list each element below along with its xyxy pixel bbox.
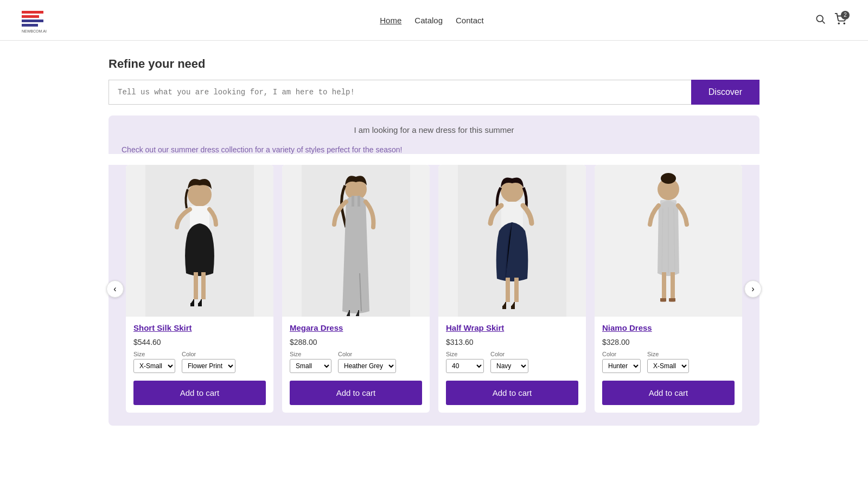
- nav-contact[interactable]: Contact: [456, 16, 484, 25]
- product-image-1: [126, 165, 273, 317]
- size-label-3: Size: [446, 351, 484, 357]
- discover-button[interactable]: Discover: [691, 80, 760, 105]
- response-description: Check out our summer dress collection fo…: [122, 145, 746, 154]
- product-options-2: Size X-SmallSmallMediumLarge Color Heath…: [290, 351, 422, 373]
- svg-point-25: [661, 173, 676, 184]
- product-price-3: $313.60: [446, 338, 578, 346]
- product-price-2: $288.00: [290, 338, 422, 346]
- search-row: Discover: [108, 80, 760, 105]
- svg-point-10: [188, 183, 212, 207]
- product-card-1: Short Silk Skirt $544.60 Size X-SmallSma…: [126, 165, 273, 413]
- color-label-3: Color: [490, 351, 528, 357]
- size-label-1: Size: [133, 351, 175, 357]
- search-icon: [815, 14, 826, 24]
- svg-rect-13: [201, 272, 206, 299]
- page-title: Refine your need: [108, 57, 760, 71]
- color-label-1: Color: [182, 351, 235, 357]
- color-select-2[interactable]: Heather GreyBlackWhiteNavy: [338, 359, 396, 373]
- header: NEWBCOM.AI Home Catalog Contact 2: [0, 0, 868, 41]
- carousel-prev-button[interactable]: ‹: [106, 280, 124, 298]
- color-option-3: Color NavyBlackWhite: [490, 351, 528, 373]
- products-wrapper: Short Silk Skirt $544.60 Size X-SmallSma…: [108, 165, 760, 413]
- product-name-3[interactable]: Half Wrap Skirt: [446, 323, 578, 332]
- product-options-4: Color HunterBlackGreyNavy Size X-SmallSm…: [602, 351, 735, 373]
- product-price-1: $544.60: [133, 338, 266, 346]
- header-icons: 2: [815, 13, 846, 28]
- product-name-2[interactable]: Megara Dress: [290, 323, 422, 332]
- svg-rect-17: [358, 196, 360, 207]
- svg-rect-21: [506, 278, 510, 302]
- svg-point-5: [816, 15, 823, 22]
- product-card-3: Half Wrap Skirt $313.60 Size 38404244 Co…: [438, 165, 586, 413]
- products-container: ‹: [108, 165, 760, 426]
- product-name-4[interactable]: Niamo Dress: [602, 323, 735, 332]
- color-label-2: Color: [338, 351, 396, 357]
- svg-line-6: [822, 21, 825, 23]
- product-info-1: Short Silk Skirt $544.60 Size X-SmallSma…: [126, 317, 273, 413]
- main-nav: Home Catalog Contact: [380, 16, 483, 25]
- color-option-2: Color Heather GreyBlackWhiteNavy: [338, 351, 396, 373]
- response-area: I am looking for a new dress for this su…: [108, 115, 760, 154]
- color-label-4: Color: [602, 351, 641, 357]
- product-options-1: Size X-SmallSmallMediumLarge Color Flowe…: [133, 351, 266, 373]
- add-to-cart-button-4[interactable]: Add to cart: [602, 381, 735, 405]
- size-option-2: Size X-SmallSmallMediumLarge: [290, 351, 331, 373]
- svg-rect-31: [671, 272, 675, 299]
- main-content: Refine your need Discover I am looking f…: [0, 41, 868, 442]
- size-select-4[interactable]: X-SmallSmallMediumLarge: [647, 359, 689, 373]
- svg-rect-2: [22, 20, 43, 22]
- cart-button[interactable]: 2: [834, 13, 846, 28]
- nav-catalog[interactable]: Catalog: [414, 16, 443, 25]
- product-card-2: Megara Dress $288.00 Size X-SmallSmallMe…: [282, 165, 430, 413]
- svg-rect-1: [22, 15, 39, 18]
- add-to-cart-button-3[interactable]: Add to cart: [446, 381, 578, 405]
- product-name-1[interactable]: Short Silk Skirt: [133, 323, 266, 332]
- product-info-2: Megara Dress $288.00 Size X-SmallSmallMe…: [282, 317, 430, 413]
- product-card-4: Niamo Dress $328.00 Color HunterBlackGre…: [595, 165, 742, 413]
- svg-rect-30: [662, 272, 666, 299]
- color-option-1: Color Flower PrintBlackWhite: [182, 351, 235, 373]
- product-image-2: [282, 165, 430, 317]
- carousel-next-button[interactable]: ›: [744, 280, 762, 298]
- svg-rect-3: [22, 24, 38, 27]
- svg-rect-16: [352, 196, 354, 207]
- add-to-cart-button-2[interactable]: Add to cart: [290, 381, 422, 405]
- color-select-3[interactable]: NavyBlackWhite: [490, 359, 528, 373]
- svg-text:NEWBCOM.AI: NEWBCOM.AI: [22, 29, 47, 33]
- color-select-4[interactable]: HunterBlackGreyNavy: [602, 359, 641, 373]
- size-option-1: Size X-SmallSmallMediumLarge: [133, 351, 175, 373]
- color-select-1[interactable]: Flower PrintBlackWhite: [182, 359, 235, 373]
- size-option-3: Size 38404244: [446, 351, 484, 373]
- size-label-4: Size: [647, 351, 689, 357]
- logo-area: NEWBCOM.AI: [22, 7, 49, 34]
- svg-rect-22: [514, 278, 519, 302]
- product-info-3: Half Wrap Skirt $313.60 Size 38404244 Co…: [438, 317, 586, 413]
- cart-badge: 2: [841, 11, 850, 20]
- svg-point-8: [844, 23, 845, 24]
- product-image-3: [438, 165, 586, 317]
- svg-rect-12: [194, 272, 198, 299]
- size-label-2: Size: [290, 351, 331, 357]
- search-input[interactable]: [108, 80, 691, 105]
- size-select-2[interactable]: X-SmallSmallMediumLarge: [290, 359, 331, 373]
- product-price-4: $328.00: [602, 338, 735, 346]
- product-options-3: Size 38404244 Color NavyBlackWhite: [446, 351, 578, 373]
- search-button[interactable]: [815, 14, 826, 27]
- product-info-4: Niamo Dress $328.00 Color HunterBlackGre…: [595, 317, 742, 413]
- svg-rect-0: [22, 11, 43, 14]
- nav-home[interactable]: Home: [380, 16, 401, 25]
- size-select-3[interactable]: 38404244: [446, 359, 484, 373]
- size-option-4: Size X-SmallSmallMediumLarge: [647, 351, 689, 373]
- product-image-4: [595, 165, 742, 317]
- svg-point-7: [838, 23, 839, 24]
- logo-icon: NEWBCOM.AI: [22, 7, 49, 34]
- response-query: I am looking for a new dress for this su…: [122, 125, 746, 134]
- size-select-1[interactable]: X-SmallSmallMediumLarge: [133, 359, 175, 373]
- color-option-4: Color HunterBlackGreyNavy: [602, 351, 641, 373]
- add-to-cart-button-1[interactable]: Add to cart: [133, 381, 266, 405]
